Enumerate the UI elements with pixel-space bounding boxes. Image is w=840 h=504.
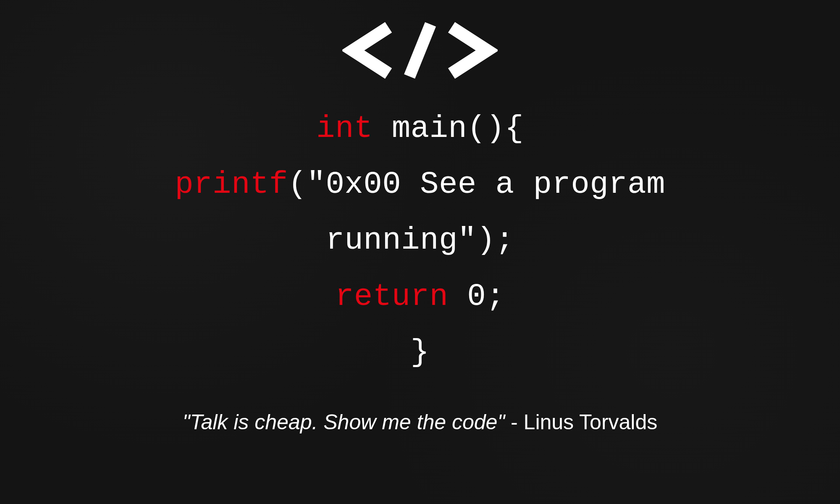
code-text: 0; xyxy=(448,279,505,314)
code-line-1: int main(){ xyxy=(175,101,665,157)
code-tag-icon xyxy=(342,21,498,80)
quote-line: "Talk is cheap. Show me the code" - Linu… xyxy=(183,410,658,434)
code-text: main(){ xyxy=(373,111,524,146)
code-line-2: printf("0x00 See a program xyxy=(175,157,665,213)
code-line-5: } xyxy=(175,325,665,381)
quote-attribution: - Linus Torvalds xyxy=(505,410,657,434)
keyword-return: return xyxy=(335,279,448,314)
keyword-int: int xyxy=(316,111,373,146)
keyword-printf: printf xyxy=(175,167,288,202)
svg-line-0 xyxy=(410,24,430,76)
code-line-4: return 0; xyxy=(175,269,665,325)
code-text: ("0x00 See a program xyxy=(288,167,665,202)
code-snippet: int main(){ printf("0x00 See a program r… xyxy=(175,101,665,381)
code-line-3: running"); xyxy=(175,213,665,268)
quote-text: "Talk is cheap. Show me the code" xyxy=(183,410,505,434)
